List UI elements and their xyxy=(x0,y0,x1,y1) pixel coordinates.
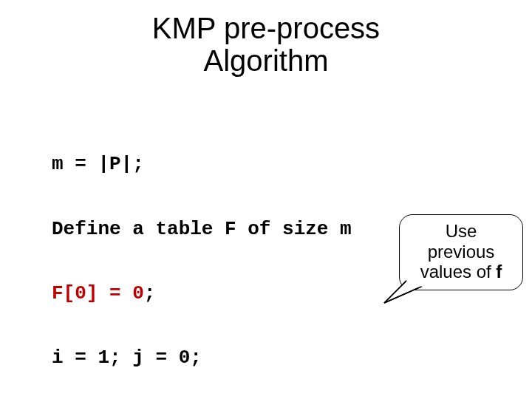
callout-line-2: previous xyxy=(428,242,495,262)
callout-bubble: Use previous values of f xyxy=(399,214,523,290)
code-line-3: F[0] = 0; xyxy=(52,283,352,304)
callout-line-1: Use xyxy=(446,221,477,241)
code-line-2: Define a table F of size m xyxy=(52,219,352,240)
callout-line-3a: values of xyxy=(420,262,497,282)
code-line-4: i = 1; j = 0; xyxy=(52,347,352,369)
slide-title: KMP pre-process Algorithm xyxy=(0,12,532,77)
code-line-1: m = |P|; xyxy=(52,154,352,175)
callout-line-3b: f xyxy=(496,262,502,282)
slide: KMP pre-process Algorithm m = |P|; Defin… xyxy=(0,0,532,399)
code-block: m = |P|; Define a table F of size m F[0]… xyxy=(52,111,352,399)
